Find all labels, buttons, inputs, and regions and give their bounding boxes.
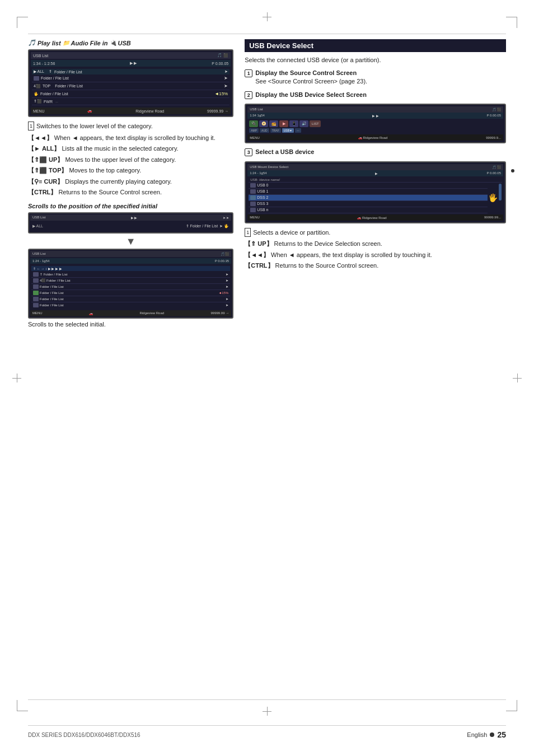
- usb-list-screen: USB List 🎵 ⬛ 1:34 - 1:2:56 ▶ ▶ P 0.00.05…: [28, 49, 233, 117]
- step-3-num: 3: [245, 148, 252, 156]
- step-3-text: Select a USB device: [255, 148, 314, 156]
- mount-screen-title: USB Mount Device Select: [250, 165, 288, 169]
- page-number: 25: [497, 730, 506, 739]
- scrollbar: [498, 183, 502, 213]
- corner-mark-tl: [17, 17, 28, 28]
- screen-top-bar: USB List 🎵 ⬛: [31, 52, 231, 59]
- screen-song-title: Ridgeview Road: [135, 109, 164, 113]
- desc-item-7: 【CTRL】 Returns to the Source Control scr…: [28, 188, 233, 197]
- step-3-bold: Select a USB device: [255, 148, 314, 155]
- usb-item-1: USB 1: [249, 189, 488, 195]
- screen-score: 99999.99 →: [207, 109, 228, 113]
- screen-list-row-2: 4⬛ TOP Folder / File List ➤: [32, 82, 229, 90]
- footer-lang: English: [467, 731, 487, 738]
- desc-item-2: 【◄◄】 When ◄ appears, the text display is…: [28, 133, 233, 143]
- screen-position: P 0.00.05: [212, 62, 228, 66]
- desc-item-1: 1 Switches to the lower level of the cat…: [28, 122, 233, 132]
- right-column: USB Device Select Selects the connected …: [245, 39, 506, 328]
- mount-device-list-col: USB 0 USB 1 DSS 2: [249, 183, 488, 213]
- usb-device-select-screen: USB List 🎵 ⬛ 1:34 1g54 ▶ ▶ P 0.00.05 🔌 📀…: [245, 104, 506, 143]
- usb-icon: 🔌: [110, 40, 116, 46]
- page-footer: DDX SERIES DDX616/DDX6046BT/DDX516 Engli…: [28, 725, 506, 739]
- usb-screen-timebar: 1:34 1g54 ▶ ▶ P 0.00.05: [247, 113, 503, 119]
- step-1: 1 Display the Source Control Screen See …: [245, 69, 506, 86]
- desc-item-3: 【► ALL】 Lists all the music in the selec…: [28, 144, 233, 153]
- step3-desc-2: 【⇑ UP】 Returns to the Device Selection s…: [245, 239, 506, 249]
- scroll-down-arrow: ▼: [28, 236, 233, 248]
- screen-time-bar: 1:34 - 1:2:56 ▶ ▶ P 0.00.05: [31, 60, 231, 67]
- step-1-text: Display the Source Control Screen See <S…: [255, 69, 367, 86]
- screen-nav-row: ▶ ALL ⇑ Folder / File List ➤: [32, 69, 229, 74]
- page-bullet: [490, 732, 494, 737]
- usb-item-3: DSS 3: [249, 201, 488, 207]
- desc-item-4: 【⇑⬛ UP】 Moves to the upper level of the …: [28, 155, 233, 165]
- scroll-screen-before: USB List ▶ ▶ ➤ ➤ ▶ ALL ⇑ Folder / File L…: [28, 212, 233, 234]
- step-2-text: Display the USB Device Select Screen: [255, 91, 367, 99]
- scrolls-section: Scrolls to the position of the specified…: [28, 203, 233, 328]
- playlist-source: USB: [118, 40, 131, 46]
- usb-item-0: USB 0: [249, 183, 488, 189]
- scroll-screen-after: USB List 🎵 ⬛ 1:24 - 1g54 P 0.00.35 ⇑ ← →…: [28, 249, 233, 319]
- playlist-title: Play list: [38, 40, 61, 46]
- scroll-result-content: ⇑ ← → ↕ ▶ ▶ ▶ ▶ ⇑ Folder / File List ➤ 4…: [30, 265, 231, 309]
- step-2-num: 2: [245, 91, 252, 99]
- screen-menu-label: MENU: [33, 109, 45, 113]
- crosshair-bottom: [263, 707, 271, 716]
- step-1-num: 1: [245, 69, 252, 77]
- section-subtitle: Selects the connected USB device (or a p…: [245, 57, 506, 63]
- usb-item-2: DSS 2: [249, 195, 488, 201]
- page-content: 🎵 Play list 📁 Audio File in 🔌 USB USB Li…: [28, 34, 506, 700]
- scrolls-bottom-text: Scrolls to the selected initial.: [28, 321, 233, 328]
- footer-right: English 25: [467, 730, 506, 739]
- section-header: USB Device Select: [245, 39, 506, 52]
- step3-desc-3: 【◄◄】 When ◄ appears, the text display is…: [245, 250, 506, 260]
- crosshair-top: [263, 12, 271, 21]
- step3-desc-list: 1 Selects a device or partition. 【⇑ UP】 …: [245, 228, 506, 270]
- screen-list-row-4: ⇑⬛ FWR ...: [32, 98, 229, 105]
- screen-main-content: ▶ ALL ⇑ Folder / File List ➤ Folder / Fi…: [31, 68, 231, 106]
- corner-mark-br: [506, 700, 517, 711]
- scroll-result-topbar: USB List 🎵 ⬛: [30, 251, 231, 257]
- mount-screen-content: USB: /device name/ USB 0 USB 1: [247, 176, 503, 214]
- mount-device-list: USB 0 USB 1 DSS 2: [249, 183, 502, 213]
- scrolls-title: Scrolls to the position of the specified…: [28, 203, 233, 209]
- left-column: 🎵 Play list 📁 Audio File in 🔌 USB USB Li…: [28, 39, 233, 328]
- scroll-result-timebar: 1:24 - 1g54 P 0.00.35: [30, 258, 231, 264]
- step-3: 3 Select a USB device: [245, 148, 506, 156]
- corner-mark-bl: [17, 700, 28, 711]
- scroll-screen-topbar: USB List ▶ ▶ ➤ ➤: [30, 214, 231, 221]
- screen-list-row-3: 🖐 Folder / File List ◄15%: [32, 90, 229, 98]
- usb-screen-topbar: USB List 🎵 ⬛: [247, 106, 503, 113]
- screen-car-icon: 🚗: [87, 109, 92, 113]
- screen-bottom-bar: MENU 🚗 Ridgeview Road 99999.99 →: [31, 108, 231, 114]
- play-icon: 🎵: [28, 39, 36, 46]
- footer-model: DDX SERIES DDX616/DDX6046BT/DDX516: [28, 732, 140, 738]
- corner-mark-tr: [506, 17, 517, 28]
- bottom-divider: [28, 699, 506, 700]
- main-layout: 🎵 Play list 📁 Audio File in 🔌 USB USB Li…: [28, 39, 506, 328]
- desc-text-1: Switches to the lower level of the categ…: [36, 122, 153, 132]
- scroll-result-bottombar: MENU 🚗 Ridgeview Road 99999.99 →: [30, 310, 231, 316]
- playlist-header: 🎵 Play list 📁 Audio File in 🔌 USB: [28, 39, 233, 46]
- mount-screen-bottombar: MENU 🚗 Ridgeview Road 99999.99...: [247, 214, 503, 221]
- side-marker: [511, 169, 514, 172]
- screen-time: 1:34 - 1:2:56: [33, 62, 55, 66]
- desc-list: 1 Switches to the lower level of the cat…: [28, 122, 233, 197]
- usb-mount-device-screen: USB Mount Device Select 🎵 ⬛ 1:24 - 1g54 …: [245, 161, 506, 223]
- step-2-bold: Display the USB Device Select Screen: [255, 91, 367, 98]
- usb-item-n: USB n: [249, 207, 488, 213]
- step-1-detail: See <Source Control Screen> (page 23).: [255, 78, 367, 85]
- screen-playback: ▶ ▶: [130, 61, 137, 66]
- screen-list-row-1: Folder / File List ➤: [32, 74, 229, 82]
- step-1-bold: Display the Source Control Screen: [255, 69, 357, 76]
- desc-item-5: 【⇑⬛ TOP】 Moves to the top category.: [28, 166, 233, 175]
- scroll-screen-content-small: ▶ ALL ⇑ Folder / File List ➤ 🖐: [30, 222, 231, 231]
- screen-label: USB List: [33, 54, 48, 58]
- crosshair-left: [12, 374, 21, 382]
- step3-desc-4: 【CTRL】 Returns to the Source Control scr…: [245, 261, 506, 270]
- mount-screen-topbar: USB Mount Device Select 🎵 ⬛: [247, 164, 503, 170]
- playlist-subheader: Audio File in: [71, 40, 108, 46]
- usb-screen-icons-area: 🔌 📀 📻 ▶ 📱 🔊 LIST AMP AUD TRAF USB▼ ---: [247, 119, 503, 134]
- usb-screen-bottombar: MENU 🚗 Ridgeview Road 99999.9...: [247, 134, 503, 141]
- step3-desc-1: 1 Selects a device or partition.: [245, 228, 506, 238]
